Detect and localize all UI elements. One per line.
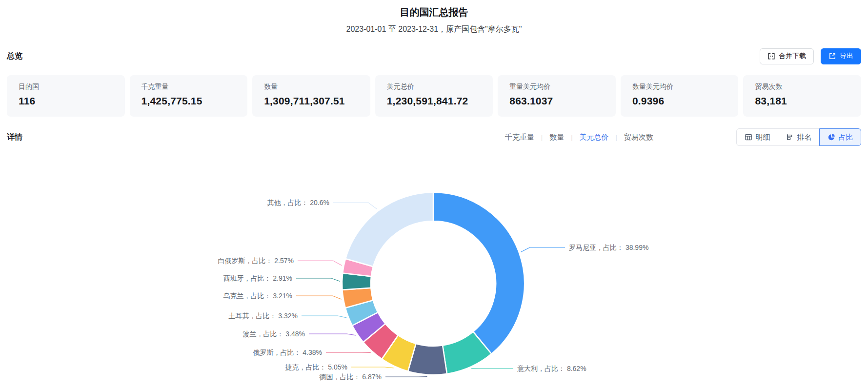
tab-separator: | <box>616 134 617 141</box>
stat-card-label: 数量 <box>264 82 359 91</box>
metric-tabs: 千克重量|数量|美元总价|贸易次数 <box>505 133 653 142</box>
donut-slice-1[interactable] <box>433 192 525 354</box>
merge-download-button[interactable]: 合并下载 <box>760 48 814 64</box>
stat-card-value: 1,425,775.15 <box>141 95 236 107</box>
slice-label-8: 乌克兰，占比： 3.21% <box>223 292 292 300</box>
page-title: 目的国汇总报告 <box>0 5 868 20</box>
view-button-ranking[interactable]: 排名 <box>778 128 820 146</box>
table-icon <box>745 133 752 141</box>
export-icon <box>828 52 836 60</box>
pie-icon <box>828 133 835 141</box>
stat-card-value: 0.9396 <box>632 95 727 107</box>
metric-tab-quantity[interactable]: 数量 <box>549 133 564 142</box>
stat-card-label: 目的国 <box>19 82 113 91</box>
stat-card-5: 重量美元均价863.1037 <box>498 75 616 117</box>
stat-card-value: 83,181 <box>755 95 849 107</box>
metric-tab-kg-weight[interactable]: 千克重量 <box>505 133 534 142</box>
button-label: 合并下载 <box>779 52 806 61</box>
donut-slice-11[interactable] <box>345 192 433 267</box>
stat-card-label: 千克重量 <box>141 82 236 91</box>
slice-label-4: 捷克，占比： 5.05% <box>284 363 347 371</box>
slice-label-9: 西班牙，占比： 2.91% <box>223 274 292 282</box>
slice-leader-line-5 <box>326 352 371 353</box>
page-subtitle: 2023-01-01 至 2023-12-31，原产国包含"摩尔多瓦" <box>0 23 868 35</box>
action-buttons: 合并下载导出 <box>760 48 861 64</box>
slice-leader-line-9 <box>296 278 340 282</box>
stat-card-1: 目的国116 <box>7 75 125 117</box>
stat-card-2: 千克重量1,425,775.15 <box>130 75 248 117</box>
slice-label-7: 土耳其，占比： 3.32% <box>228 312 298 320</box>
button-label: 占比 <box>839 133 853 142</box>
stat-card-3: 数量1,309,711,307.51 <box>252 75 370 117</box>
button-label: 明细 <box>756 133 770 142</box>
details-heading: 详情 <box>7 132 22 143</box>
slice-label-3: 德国，占比： 6.87% <box>319 373 382 381</box>
overview-cards: 目的国116千克重量1,425,775.15数量1,309,711,307.51… <box>7 75 861 117</box>
slice-label-10: 白俄罗斯，占比： 2.57% <box>218 257 294 265</box>
view-mode-group: 明细排名占比 <box>736 128 861 146</box>
button-label: 排名 <box>797 133 812 142</box>
stat-card-value: 863.1037 <box>509 95 604 107</box>
stat-card-4: 美元总价1,230,591,841.72 <box>375 75 493 117</box>
slice-leader-line-1 <box>521 247 565 252</box>
slice-leader-line-10 <box>298 261 342 266</box>
tab-separator: | <box>571 134 572 141</box>
tab-separator: | <box>541 134 543 141</box>
view-button-proportion[interactable]: 占比 <box>819 128 861 146</box>
metric-tab-usd-total[interactable]: 美元总价 <box>580 133 609 142</box>
slice-label-1: 罗马尼亚，占比： 38.99% <box>569 244 648 251</box>
stat-card-label: 贸易次数 <box>755 82 849 91</box>
stat-card-6: 数量美元均价0.9396 <box>621 75 739 117</box>
slice-label-6: 波兰，占比： 3.48% <box>242 330 305 338</box>
slice-leader-line-6 <box>309 334 356 335</box>
slice-leader-line-8 <box>296 296 342 299</box>
stat-card-value: 116 <box>19 95 113 107</box>
slice-label-11: 其他，占比： 20.6% <box>267 199 329 206</box>
button-label: 导出 <box>840 52 853 61</box>
stat-card-value: 1,230,591,841.72 <box>387 95 482 107</box>
slice-leader-line-4 <box>351 367 394 368</box>
stat-card-label: 数量美元均价 <box>632 82 727 91</box>
slice-leader-line-7 <box>302 316 346 318</box>
overview-heading: 总览 <box>7 51 22 62</box>
donut-chart: 罗马尼亚，占比： 38.99%意大利，占比： 8.62%德国，占比： 6.87%… <box>0 153 868 387</box>
export-button[interactable]: 导出 <box>821 48 861 64</box>
stat-card-value: 1,309,711,307.51 <box>264 95 359 107</box>
slice-label-2: 意大利，占比： 8.62% <box>517 365 586 372</box>
stat-card-label: 美元总价 <box>387 82 482 91</box>
merge-icon <box>767 52 775 60</box>
report-header: 目的国汇总报告 2023-01-01 至 2023-12-31，原产国包含"摩尔… <box>0 0 868 35</box>
stat-card-7: 贸易次数83,181 <box>743 75 861 117</box>
stat-card-label: 重量美元均价 <box>509 82 604 91</box>
slice-label-5: 俄罗斯，占比： 4.38% <box>252 349 322 356</box>
metric-tab-trade-count[interactable]: 贸易次数 <box>624 133 653 142</box>
view-button-detail[interactable]: 明细 <box>736 128 778 146</box>
ranking-icon <box>786 133 794 141</box>
slice-leader-line-11 <box>333 203 377 209</box>
